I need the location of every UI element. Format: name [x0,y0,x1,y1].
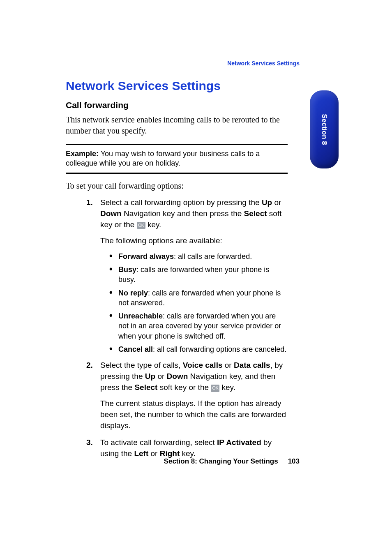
lead-paragraph: To set your call forwarding options: [66,181,288,191]
key-left: Left [134,449,148,458]
option-busy: Busy: calls are forwarded when your phon… [109,265,288,285]
footer-section: Section 8: Changing Your Settings [164,457,278,465]
ok-key-icon: OK [211,385,219,392]
option-unreachable: Unreachable: calls are forwarded when yo… [109,311,288,341]
text: or [223,361,234,369]
example-label: Example: [66,150,99,158]
option-name: No reply [118,289,148,297]
label-data-calls: Data calls [234,361,270,369]
text: To activate call forwarding, select [100,438,217,447]
intro-paragraph: This network service enables incoming ca… [66,114,288,136]
page-number: 103 [288,457,300,465]
text: Navigation key and then press the [122,209,244,218]
step-2-para-2: The current status displays. If the opti… [100,398,288,431]
page-title: Network Services Settings [66,79,288,93]
option-desc: : calls are forwarded when your phone is… [118,265,269,284]
running-header: Network Services Settings [227,60,300,67]
option-name: Busy [118,265,136,274]
key-up: Up [262,198,272,207]
text: or [148,449,159,458]
option-desc: : all calls are forwarded. [174,252,252,261]
section-tab: Section 8 [310,90,339,168]
subheading-call-forwarding: Call forwarding [66,100,288,110]
step-3: To activate call forwarding, select IP A… [86,437,288,459]
key-right: Right [160,449,180,458]
text: Select the type of calls, [100,361,183,369]
step-list: Select a call forwarding option by press… [86,197,288,459]
ok-key-icon: OK [137,222,145,229]
text: key. [219,383,235,392]
step-2: Select the type of calls, Voice calls or… [86,360,288,431]
label-voice-calls: Voice calls [183,361,223,369]
page: Network Services Settings Section 8 Netw… [0,0,392,542]
step-1-para-2: The following options are available: [100,235,288,247]
section-tab-label: Section 8 [320,114,328,145]
option-no-reply: No reply: calls are forwarded when your … [109,288,288,308]
text: soft key or the [157,383,211,392]
softkey-select: Select [244,209,267,218]
label-ip-activated: IP Activated [217,438,261,447]
step-2-para-1: Select the type of calls, Voice calls or… [100,360,288,393]
option-cancel-all: Cancel all: all call forwarding options … [109,344,288,354]
option-forward-always: Forward always: all calls are forwarded. [109,251,288,261]
key-down: Down [100,209,122,218]
example-block: Example: You may wish to forward your bu… [66,144,288,174]
option-name: Cancel all [118,345,153,353]
option-desc: : all call forwarding options are cancel… [153,345,286,353]
key-down: Down [167,372,188,381]
softkey-select: Select [134,383,157,392]
text: or [155,372,166,381]
text: or [272,198,281,207]
option-list: Forward always: all calls are forwarded.… [109,251,288,355]
content-area: Network Services Settings Call forwardin… [66,79,288,465]
step-1-para-1: Select a call forwarding option by press… [100,197,288,231]
text: key. [180,449,196,458]
step-1: Select a call forwarding option by press… [86,197,288,355]
key-up: Up [145,372,155,381]
page-footer: Section 8: Changing Your Settings103 [164,457,300,466]
option-name: Forward always [118,252,174,261]
text: key. [145,220,161,229]
step-3-para-1: To activate call forwarding, select IP A… [100,437,288,459]
option-name: Unreachable [118,312,163,320]
text: Select a call forwarding option by press… [100,198,262,207]
